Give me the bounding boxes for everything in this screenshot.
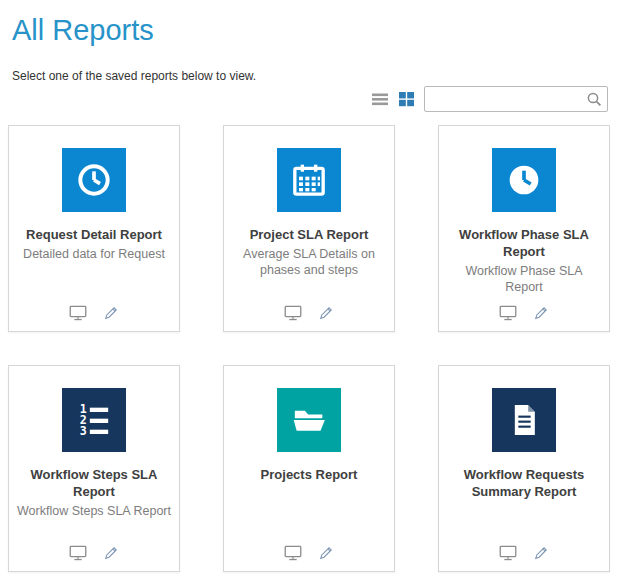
clock-solid-icon — [504, 160, 544, 200]
report-card[interactable]: 1 2 3 Workflow Steps SLA Report Workflow… — [8, 365, 180, 572]
report-subtitle: Workflow Phase SLA Report — [439, 263, 609, 296]
report-title: Workflow Phase SLA Report — [439, 227, 609, 261]
report-card[interactable]: Workflow Requests Summary Report — [438, 365, 610, 572]
monitor-icon[interactable] — [68, 544, 88, 562]
calendar-icon — [289, 160, 329, 200]
report-tile — [277, 388, 341, 452]
card-actions — [439, 304, 609, 322]
view-toolbar — [371, 86, 608, 112]
monitor-icon[interactable] — [283, 544, 303, 562]
pencil-icon[interactable] — [532, 304, 550, 322]
report-tile — [492, 148, 556, 212]
report-card-grid: Request Detail Report Detailed data for … — [8, 125, 610, 572]
report-title: Projects Report — [251, 467, 368, 484]
card-actions — [9, 544, 179, 562]
monitor-icon[interactable] — [283, 304, 303, 322]
grid-view-icon[interactable] — [398, 91, 415, 107]
report-subtitle: Workflow Steps SLA Report — [9, 503, 179, 519]
report-card[interactable]: Request Detail Report Detailed data for … — [8, 125, 180, 332]
report-title: Project SLA Report — [240, 227, 379, 244]
report-title: Workflow Steps SLA Report — [9, 467, 179, 501]
open-folder-icon — [289, 400, 329, 440]
search-icon[interactable] — [586, 91, 603, 108]
document-icon — [504, 400, 544, 440]
pencil-icon[interactable] — [317, 544, 335, 562]
monitor-icon[interactable] — [498, 304, 518, 322]
report-tile — [492, 388, 556, 452]
report-title: Workflow Requests Summary Report — [439, 467, 609, 501]
list-view-icon[interactable] — [371, 91, 389, 107]
pencil-icon[interactable] — [317, 304, 335, 322]
monitor-icon[interactable] — [68, 304, 88, 322]
pencil-icon[interactable] — [102, 544, 120, 562]
clock-outline-icon — [74, 160, 114, 200]
search-box — [424, 86, 608, 112]
card-actions — [9, 304, 179, 322]
page-title: All Reports — [10, 14, 618, 47]
report-tile: 1 2 3 — [62, 388, 126, 452]
card-actions — [439, 544, 609, 562]
search-input[interactable] — [431, 88, 586, 110]
card-actions — [224, 544, 394, 562]
report-subtitle: Average SLA Details on phases and steps — [224, 246, 394, 279]
svg-text:3: 3 — [80, 424, 87, 438]
report-card[interactable]: Project SLA Report Average SLA Details o… — [223, 125, 395, 332]
report-card[interactable]: Projects Report — [223, 365, 395, 572]
report-tile — [62, 148, 126, 212]
pencil-icon[interactable] — [532, 544, 550, 562]
report-title: Request Detail Report — [16, 227, 172, 244]
report-subtitle: Detailed data for Request — [15, 246, 173, 262]
pencil-icon[interactable] — [102, 304, 120, 322]
page-subtitle: Select one of the saved reports below to… — [10, 69, 618, 83]
monitor-icon[interactable] — [498, 544, 518, 562]
card-actions — [224, 304, 394, 322]
all-reports-page: All Reports Select one of the saved repo… — [0, 0, 628, 83]
numbered-list-icon: 1 2 3 — [74, 400, 114, 440]
report-card[interactable]: Workflow Phase SLA Report Workflow Phase… — [438, 125, 610, 332]
report-tile — [277, 148, 341, 212]
